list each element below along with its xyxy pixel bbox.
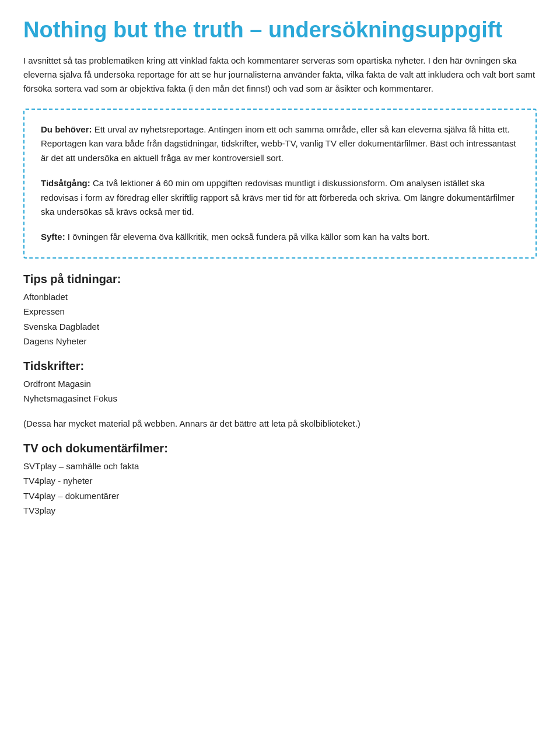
tv-section: TV och dokumentärfilmer: SVTplay – samhä… [23,442,537,518]
list-item: Svenska Dagbladet [23,319,537,334]
magazines-heading: Tidskrifter: [23,360,537,373]
list-item: SVTplay – samhälle och fakta [23,459,537,474]
tv-heading: TV och dokumentärfilmer: [23,442,537,455]
box-section-materials: Du behöver: Ett urval av nyhetsreportage… [41,123,519,166]
intro-paragraph: I avsnittet så tas problematiken kring a… [23,54,537,96]
dotted-info-box: Du behöver: Ett urval av nyhetsreportage… [23,109,537,259]
list-item: TV3play [23,503,537,518]
list-item: Aftonbladet [23,289,537,305]
tips-newspapers-section: Tips på tidningar: Aftonbladet Expressen… [23,273,537,349]
box-section-purpose: Syfte: I övningen får eleverna öva källk… [41,230,519,245]
list-item: TV4play - nyheter [23,473,537,489]
tips-newspapers-heading: Tips på tidningar: [23,273,537,286]
materials-body: Ett urval av nyhetsreportage. Antingen i… [41,124,516,163]
tv-list: SVTplay – samhälle och fakta TV4play - n… [23,459,537,518]
magazines-note: (Dessa har mycket material på webben. An… [23,417,537,431]
box-section-time: Tidsåtgång: Ca två lektioner á 60 min om… [41,176,519,219]
list-item: Nyhetsmagasinet Fokus [23,391,537,406]
list-item: Expressen [23,304,537,319]
magazines-section: Tidskrifter: Ordfront Magasin Nyhetsmaga… [23,360,537,431]
materials-label: Du behöver: [41,124,92,134]
list-item: Ordfront Magasin [23,376,537,392]
page-title: Nothing but the truth – undersökningsupp… [23,18,537,43]
magazines-list: Ordfront Magasin Nyhetsmagasinet Fokus [23,376,537,406]
box-section-purpose-text: Syfte: I övningen får eleverna öva källk… [41,230,519,245]
list-item: TV4play – dokumentärer [23,489,537,504]
time-label: Tidsåtgång: [41,178,90,188]
newspapers-list: Aftonbladet Expressen Svenska Dagbladet … [23,289,537,349]
list-item: Dagens Nyheter [23,334,537,349]
box-section-time-text: Tidsåtgång: Ca två lektioner á 60 min om… [41,176,519,219]
purpose-label: Syfte: [41,232,65,242]
box-section-materials-text: Du behöver: Ett urval av nyhetsreportage… [41,123,519,166]
purpose-body: I övningen får eleverna öva källkritik, … [65,232,429,242]
time-body: Ca två lektioner á 60 min om uppgiften r… [41,178,514,217]
